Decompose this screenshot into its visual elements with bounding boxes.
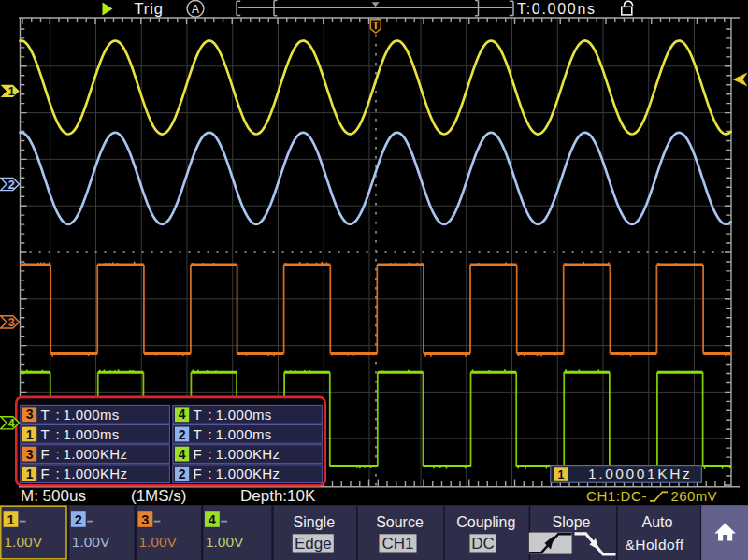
svg-text:1.000ms: 1.000ms: [63, 426, 119, 442]
svg-text:2: 2: [179, 427, 186, 442]
svg-text:&Holdoff: &Holdoff: [625, 537, 683, 553]
svg-text:3: 3: [141, 512, 149, 527]
svg-text:DC: DC: [471, 535, 495, 553]
svg-text:4: 4: [179, 447, 186, 462]
svg-text::: :: [56, 426, 60, 442]
svg-text:F: F: [193, 446, 201, 462]
svg-text:A: A: [192, 3, 199, 16]
svg-text:T:0.000ns: T:0.000ns: [517, 1, 597, 17]
svg-text:1.000ms: 1.000ms: [63, 407, 119, 423]
svg-text:Edge: Edge: [295, 535, 332, 553]
svg-text:T: T: [40, 407, 49, 423]
svg-text::: :: [209, 426, 212, 442]
svg-text:Depth:10K: Depth:10K: [240, 487, 316, 505]
svg-text:Trig: Trig: [135, 0, 164, 17]
svg-text:4: 4: [179, 407, 186, 422]
svg-text:1.000KHz: 1.000KHz: [215, 466, 280, 481]
svg-text:CH1: CH1: [381, 535, 413, 553]
svg-text::: :: [56, 466, 60, 481]
svg-text:1.000KHz: 1.000KHz: [63, 446, 127, 462]
svg-text:2: 2: [75, 512, 82, 527]
svg-text:1: 1: [8, 85, 15, 98]
svg-text:1: 1: [557, 468, 564, 481]
svg-text::: :: [209, 466, 212, 481]
svg-text::: :: [56, 446, 60, 462]
svg-text:Auto: Auto: [642, 514, 673, 530]
svg-text:T: T: [193, 407, 201, 423]
svg-text:F: F: [40, 466, 49, 481]
svg-text:3: 3: [26, 407, 34, 422]
svg-text:M: 500us: M: 500us: [21, 487, 86, 505]
svg-text:F: F: [193, 466, 201, 481]
svg-text:260mV: 260mV: [671, 488, 718, 504]
svg-text:1.00V: 1.00V: [5, 534, 43, 550]
svg-text:1.00V: 1.00V: [138, 534, 177, 550]
svg-text:1: 1: [7, 512, 14, 527]
svg-text:1.000KHz: 1.000KHz: [215, 446, 280, 462]
svg-text:1.00001KHz: 1.00001KHz: [588, 466, 692, 481]
svg-text:1.000ms: 1.000ms: [215, 426, 271, 442]
svg-text:T: T: [372, 20, 379, 31]
svg-text:1: 1: [26, 467, 34, 481]
svg-text:1.000ms: 1.000ms: [215, 407, 271, 423]
svg-text:4: 4: [209, 512, 216, 527]
svg-text:4: 4: [8, 417, 15, 430]
svg-text:1.00V: 1.00V: [206, 534, 244, 550]
svg-text:Source: Source: [376, 514, 424, 530]
svg-text:F: F: [40, 446, 49, 462]
svg-text:1: 1: [26, 427, 34, 442]
svg-text:Single: Single: [294, 514, 336, 530]
svg-text:T: T: [40, 426, 49, 442]
svg-text:Coupling: Coupling: [456, 514, 515, 530]
svg-text::: :: [209, 446, 212, 462]
svg-text::: :: [56, 407, 60, 423]
svg-text:Slope: Slope: [553, 514, 591, 530]
svg-text:2: 2: [8, 179, 15, 192]
svg-text:3: 3: [8, 316, 15, 329]
svg-text:1.00V: 1.00V: [72, 534, 110, 550]
svg-text:T: T: [193, 426, 201, 442]
svg-text:2: 2: [179, 467, 186, 481]
svg-text:(1MS/s): (1MS/s): [131, 487, 187, 505]
svg-text::: :: [209, 407, 212, 423]
svg-text:3: 3: [26, 447, 34, 462]
svg-text:CH1:DC-: CH1:DC-: [586, 488, 647, 504]
svg-text:1.000KHz: 1.000KHz: [63, 466, 127, 481]
